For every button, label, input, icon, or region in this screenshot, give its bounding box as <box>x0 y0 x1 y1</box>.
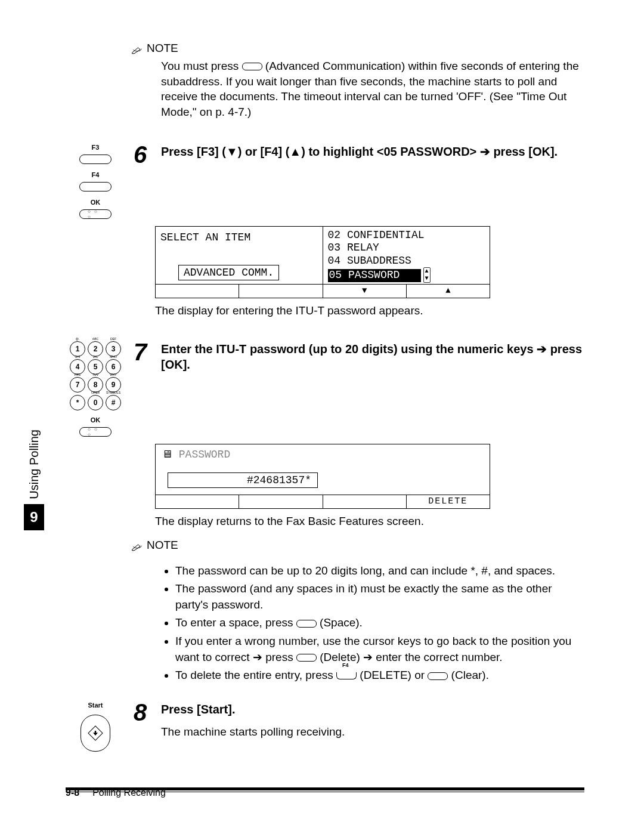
ok-key-icon: ○ ○ ○ <box>79 209 112 219</box>
note-label: NOTE <box>147 539 178 552</box>
step-number: 6 <box>134 144 153 165</box>
delete-softkey: DELETE <box>406 495 490 508</box>
key-icon <box>428 672 448 680</box>
step8-caption: The machine starts polling receiving. <box>161 725 584 739</box>
step-6: F3 F4 OK ○ ○ ○ 6 Press [F3] (▼) or [F4] … <box>66 144 584 219</box>
start-key-icon <box>80 715 110 752</box>
pencil-icon <box>131 44 143 52</box>
start-key-diagram: Start <box>66 702 125 752</box>
pencil-icon <box>131 541 143 549</box>
up-arrow-icon: ▲ <box>406 285 490 298</box>
f3-key-icon <box>79 155 112 164</box>
step7-caption: The display returns to the Fax Basic Fea… <box>155 515 584 528</box>
lcd-screen-1: SELECT AN ITEM ADVANCED COMM. 02 CONFIDE… <box>155 226 490 298</box>
step-title: Enter the ITU-T password (up to 20 digit… <box>161 341 584 372</box>
step-title: Press [F3] (▼) or [F4] (▲) to highlight … <box>161 144 584 159</box>
note-header: NOTE <box>131 539 584 552</box>
key-diagram-f3-f4-ok: F3 F4 OK ○ ○ ○ <box>66 144 125 219</box>
side-tab-label: Using Polling <box>27 430 41 499</box>
ok-key-icon: ○ ○ ○ <box>79 427 112 437</box>
step6-caption: The display for entering the ITU-T passw… <box>155 304 584 317</box>
f4-key-icon <box>79 182 112 191</box>
password-value: #24681357* <box>168 472 318 488</box>
note-label: NOTE <box>147 42 178 55</box>
start-diamond-icon <box>88 725 103 740</box>
key-icon <box>296 620 317 628</box>
down-arrow-icon: ▼ <box>323 285 406 298</box>
note-header: NOTE <box>131 42 584 55</box>
step-number: 7 <box>134 341 153 363</box>
page-number: 9-8 <box>66 787 79 798</box>
key-icon <box>296 654 317 662</box>
step-number: 8 <box>134 702 153 723</box>
f4-key-icon <box>336 672 357 679</box>
page-footer: 9-8 Polling Receiving <box>66 784 584 798</box>
side-tab-number: 9 <box>24 504 44 530</box>
lcd-screen-2: 🖥 PASSWORD #24681357* DELETE <box>155 444 490 509</box>
section-title: Polling Receiving <box>92 787 166 798</box>
note-body: You must press (Advanced Communication) … <box>161 58 584 120</box>
step-8: Start 8 Press [Start]. The machine start… <box>66 702 584 752</box>
highlighted-item: 05 PASSWORD <box>328 269 421 282</box>
step-7: @.1 ABC2 DEF3 GHI4 JKL5 MNO6 PRS7 TUV8 W… <box>66 341 584 437</box>
advanced-comm-box: ADVANCED COMM. <box>178 265 279 280</box>
key-icon <box>242 63 262 70</box>
side-tab: Using Polling 9 <box>24 430 44 530</box>
step-title: Press [Start]. <box>161 702 584 717</box>
keypad-diagram: @.1 ABC2 DEF3 GHI4 JKL5 MNO6 PRS7 TUV8 W… <box>66 341 125 437</box>
note-bullets: The password can be up to 20 digits long… <box>167 563 584 684</box>
